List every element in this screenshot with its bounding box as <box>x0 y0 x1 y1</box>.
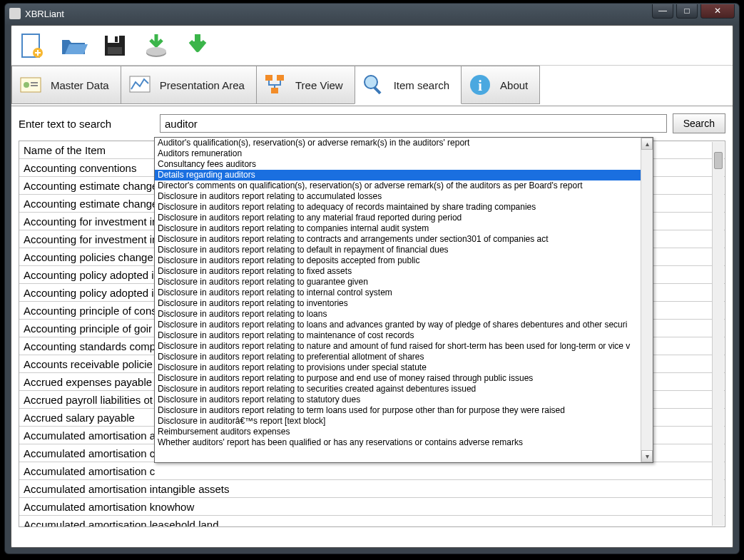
tab-label: Master Data <box>51 79 109 91</box>
svg-rect-16 <box>271 88 278 93</box>
tab-presentation-area[interactable]: Presentation Area <box>121 66 257 104</box>
search-button[interactable]: Search <box>673 113 725 133</box>
dropdown-scrollbar[interactable]: ▴ ▾ <box>641 138 653 462</box>
dropdown-item[interactable]: Disclosure in auditors report relating t… <box>155 223 641 234</box>
svg-text:i: i <box>478 78 482 93</box>
dropdown-item[interactable]: Reimbursement auditors expenses <box>155 427 641 437</box>
dropdown-item[interactable]: Disclosure in auditors report relating t… <box>155 341 641 352</box>
dropdown-item[interactable]: Disclosure in auditors report relating t… <box>155 405 641 416</box>
svg-rect-12 <box>31 85 38 86</box>
dropdown-item[interactable]: Disclosure in auditors report relating t… <box>155 245 641 255</box>
dropdown-item[interactable]: Consultancy fees auditors <box>155 159 641 170</box>
svg-rect-13 <box>130 76 150 92</box>
result-row[interactable]: Accumulated amortisation leasehold land <box>19 516 725 527</box>
info-icon: i <box>466 71 494 99</box>
save-button[interactable] <box>98 29 131 62</box>
tab-master-data[interactable]: Master Data <box>11 66 121 104</box>
import-button[interactable] <box>140 29 173 62</box>
dropdown-item[interactable]: Disclosure in auditors report relating t… <box>155 362 641 373</box>
scroll-up-button[interactable]: ▴ <box>641 138 653 150</box>
open-button[interactable] <box>57 29 90 62</box>
svg-point-7 <box>146 47 166 56</box>
dropdown-item[interactable]: Disclosure in auditors report relating t… <box>155 394 641 405</box>
svg-rect-14 <box>265 75 272 81</box>
search-label: Enter text to search <box>19 118 154 130</box>
scroll-down-button[interactable]: ▾ <box>641 450 653 462</box>
close-button[interactable]: ✕ <box>700 4 735 19</box>
new-button[interactable] <box>16 29 49 62</box>
autocomplete-dropdown[interactable]: Auditor's qualification(s), reservation(… <box>154 137 653 463</box>
result-row[interactable]: Accumulated amortisation intangible asse… <box>19 480 725 498</box>
result-row[interactable]: Accumulated amortisation knowhow <box>19 498 725 516</box>
toolbar <box>11 26 733 66</box>
svg-point-10 <box>24 82 29 88</box>
dropdown-item[interactable]: Disclosure in auditorâ€™s report [text b… <box>155 416 641 427</box>
dropdown-item[interactable]: Disclosure in auditors report relating t… <box>155 255 641 266</box>
maximize-button[interactable]: □ <box>676 4 698 19</box>
app-icon <box>9 8 21 19</box>
dropdown-item[interactable]: Disclosure in auditors report relating t… <box>155 287 641 298</box>
window-title: XBRLiant <box>25 9 652 19</box>
dropdown-item[interactable]: Details regarding auditors <box>155 170 641 180</box>
dropdown-item[interactable]: Disclosure in auditors report relating t… <box>155 266 641 277</box>
dropdown-item[interactable]: Disclosure in auditors report relating t… <box>155 309 641 320</box>
download-button[interactable] <box>181 29 214 62</box>
dropdown-item[interactable]: Disclosure in auditors report relating t… <box>155 384 641 394</box>
svg-rect-4 <box>108 47 122 54</box>
dropdown-item[interactable]: Auditors remuneration <box>155 148 641 159</box>
dropdown-item[interactable]: Disclosure in auditors report relating t… <box>155 202 641 213</box>
dropdown-item[interactable]: Director's comments on qualification(s),… <box>155 180 641 191</box>
svg-rect-11 <box>31 82 38 83</box>
svg-rect-15 <box>277 75 284 81</box>
svg-rect-5 <box>115 36 118 42</box>
search-icon <box>360 71 388 99</box>
tab-bar: Master Data Presentation Area Tree View … <box>11 66 733 104</box>
tab-label: Presentation Area <box>160 79 245 91</box>
dropdown-item[interactable]: Disclosure in auditors report relating t… <box>155 352 641 362</box>
tab-label: About <box>500 79 528 91</box>
tab-label: Item search <box>394 79 449 91</box>
dropdown-item[interactable]: Disclosure in auditors report relating t… <box>155 277 641 287</box>
tab-item-search[interactable]: Item search <box>355 66 462 104</box>
svg-rect-8 <box>195 34 200 44</box>
tab-about[interactable]: i About <box>461 66 540 104</box>
presentation-icon <box>126 71 154 99</box>
titlebar[interactable]: XBRLiant — □ ✕ <box>5 4 739 24</box>
dropdown-item[interactable]: Disclosure in auditors report relating t… <box>155 373 641 384</box>
dropdown-item[interactable]: Disclosure in auditors report relating t… <box>155 234 641 245</box>
dropdown-item[interactable]: Whether auditors' report has been qualif… <box>155 437 641 448</box>
tree-view-icon <box>261 71 290 99</box>
scroll-thumb[interactable] <box>714 152 723 169</box>
dropdown-item[interactable]: Disclosure in auditors report relating t… <box>155 298 641 309</box>
result-row[interactable]: Accumulated amortisation c <box>19 462 725 480</box>
tab-label: Tree View <box>295 79 343 91</box>
search-input[interactable] <box>160 114 667 133</box>
svg-rect-18 <box>373 86 381 94</box>
minimize-button[interactable]: — <box>652 4 673 19</box>
master-data-icon <box>16 71 45 99</box>
dropdown-item[interactable]: Disclosure in auditors report relating t… <box>155 330 641 341</box>
dropdown-item[interactable]: Disclosure in auditors report relating t… <box>155 320 641 330</box>
dropdown-item[interactable]: Disclosure in auditors report relating t… <box>155 191 641 202</box>
dropdown-item[interactable]: Auditor's qualification(s), reservation(… <box>155 138 641 148</box>
dropdown-item[interactable]: Disclosure in auditors report relating t… <box>155 213 641 223</box>
results-scrollbar[interactable] <box>712 142 724 526</box>
tab-tree-view[interactable]: Tree View <box>256 66 355 104</box>
